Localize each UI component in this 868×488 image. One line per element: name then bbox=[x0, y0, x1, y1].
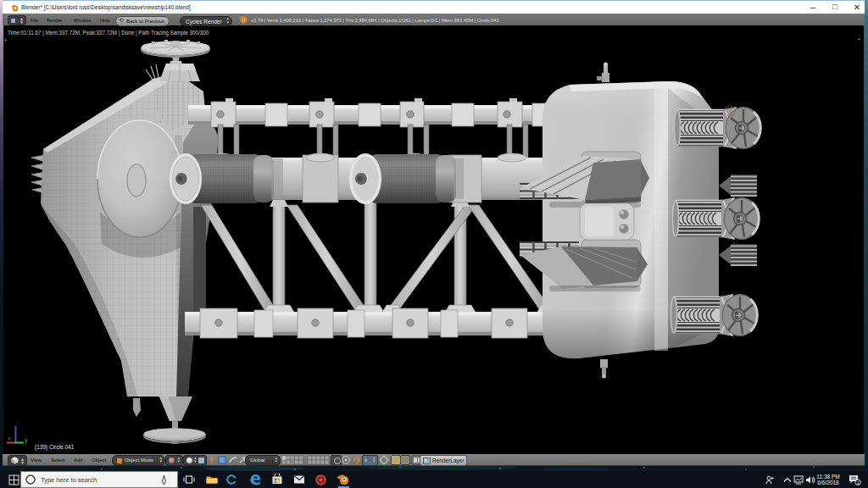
svg-text:1: 1 bbox=[857, 480, 860, 485]
svg-text:x: x bbox=[8, 435, 11, 441]
svg-text:y: y bbox=[25, 437, 28, 444]
